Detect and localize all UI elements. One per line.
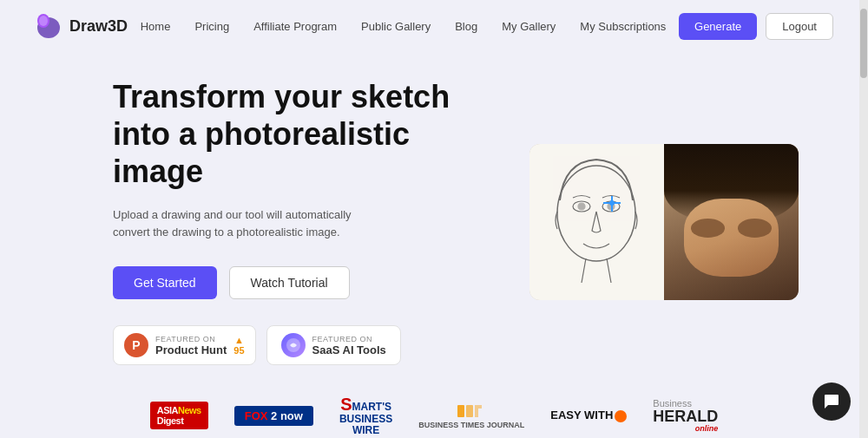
watch-tutorial-button[interactable]: Watch Tutorial xyxy=(229,266,350,299)
logout-button[interactable]: Logout xyxy=(766,13,833,40)
saas-text: Featured on SaaS AI Tools xyxy=(312,335,386,356)
scrollbar-thumb[interactable] xyxy=(860,9,867,78)
logo-icon xyxy=(35,12,62,40)
main-nav: Home Pricing Affiliate Program Public Ga… xyxy=(141,20,667,33)
header: Draw3D Home Pricing Affiliate Program Pu… xyxy=(0,0,868,52)
svg-line-10 xyxy=(607,258,611,283)
svg-rect-15 xyxy=(466,405,473,417)
sbw-logo-text: SMART'SBUSINESSWIRE xyxy=(339,395,392,436)
svg-point-6 xyxy=(578,203,585,210)
hero-image xyxy=(529,144,799,300)
ph-name: Product Hunt xyxy=(155,343,227,356)
media-logo-asia[interactable]: ASIANewsDigest xyxy=(150,400,208,431)
svg-point-13 xyxy=(609,200,615,206)
get-started-button[interactable]: Get Started xyxy=(113,266,217,299)
hero-title: Transform your sketch into a photorealis… xyxy=(113,78,460,191)
ph-text: FEATURED ON Product Hunt xyxy=(155,335,227,356)
sketch-half xyxy=(529,144,664,300)
photo-skin xyxy=(684,199,779,277)
btj-text: BUSINESS TIMES JOURNAL xyxy=(418,421,524,429)
ph-icon: P xyxy=(124,333,148,357)
media-logo-btj[interactable]: BUSINESS TIMES JOURNAL xyxy=(418,400,524,431)
media-logo-sbw[interactable]: SMART'SBUSINESSWIRE xyxy=(339,400,392,431)
herald-online: online xyxy=(695,424,719,433)
easy-logo-text: EASY WITH xyxy=(550,409,627,422)
ph-score: ▲ 95 xyxy=(233,335,244,356)
hero-section: Transform your sketch into a photorealis… xyxy=(0,52,868,382)
scrollbar-track[interactable] xyxy=(859,0,868,438)
nav-gallery[interactable]: Public Gallery xyxy=(361,20,431,33)
herald-main: HERALD xyxy=(653,409,718,424)
media-logo-herald[interactable]: Business HERALD online xyxy=(653,400,718,431)
photo-face xyxy=(664,144,799,300)
nav-buttons: Generate Logout xyxy=(679,13,833,40)
svg-rect-14 xyxy=(457,405,464,417)
fox-logo-text: FOX 2 now xyxy=(234,406,313,426)
hero-subtitle: Upload a drawing and our tool will autom… xyxy=(113,206,391,243)
nav-subscriptions[interactable]: My Subscriptions xyxy=(580,20,666,33)
herald-logo-text: Business HERALD online xyxy=(653,398,718,433)
badges-area: P FEATURED ON Product Hunt ▲ 95 xyxy=(113,325,460,365)
generate-button[interactable]: Generate xyxy=(679,13,757,40)
saas-icon xyxy=(281,333,306,357)
photo-right-eye xyxy=(738,219,772,238)
ph-featured-label: FEATURED ON xyxy=(155,335,227,343)
nav-home[interactable]: Home xyxy=(141,20,171,33)
saas-name: SaaS AI Tools xyxy=(312,343,386,356)
chat-bubble-button[interactable] xyxy=(812,382,851,421)
btj-logo: BUSINESS TIMES JOURNAL xyxy=(418,402,524,429)
logo-area: Draw3D xyxy=(35,12,128,40)
nav-blog[interactable]: Blog xyxy=(455,20,477,33)
svg-line-9 xyxy=(582,258,586,283)
easy-dot xyxy=(615,410,627,422)
ph-score-number: 95 xyxy=(233,345,244,356)
media-logos: ASIANewsDigest FOX 2 now SMART'SBUSINESS… xyxy=(0,382,868,438)
media-logo-easy[interactable]: EASY WITH xyxy=(550,400,627,431)
sketch-svg xyxy=(529,144,664,300)
photo-left-eye xyxy=(691,219,725,238)
saas-badge[interactable]: Featured on SaaS AI Tools xyxy=(266,325,401,365)
media-logo-fox[interactable]: FOX 2 now xyxy=(234,400,313,431)
hero-image-inner xyxy=(529,144,799,300)
asia-logo-text: ASIANewsDigest xyxy=(150,402,208,429)
chat-icon xyxy=(823,393,840,410)
ph-score-arrow: ▲ xyxy=(234,335,244,345)
nav-pricing[interactable]: Pricing xyxy=(194,20,229,33)
product-hunt-badge[interactable]: P FEATURED ON Product Hunt ▲ 95 xyxy=(113,325,256,365)
btj-icon-svg xyxy=(456,402,487,421)
hero-buttons: Get Started Watch Tutorial xyxy=(113,266,460,299)
saas-featured-label: Featured on xyxy=(312,335,386,343)
svg-point-2 xyxy=(39,16,48,26)
nav-my-gallery[interactable]: My Gallery xyxy=(502,20,556,33)
hero-left: Transform your sketch into a photorealis… xyxy=(113,78,460,365)
nav-affiliate[interactable]: Affiliate Program xyxy=(253,20,337,33)
logo-text: Draw3D xyxy=(69,17,128,36)
photo-half xyxy=(664,144,799,300)
